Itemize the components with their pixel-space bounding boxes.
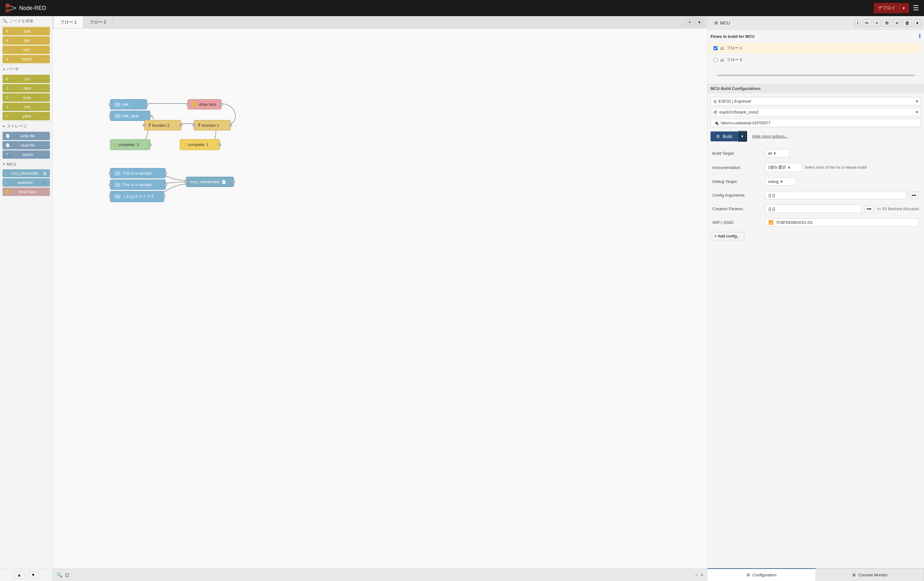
flow-canvas[interactable]: → talk 🙂 draw face → talk_stop <box>53 28 707 569</box>
flow-node-sample2[interactable]: → This is a sample. <box>110 179 166 190</box>
node-item-xml[interactable]: ◎ xml ▪ <box>2 103 50 111</box>
wifi-row: WiFi | SSID: 📶 7C8FDE08AD15-2G <box>711 216 921 229</box>
node-group-parser: ⊞ csv ▪ ◎ html ▪ ◎ json ▪ ◎ xml ▪ Y yaml <box>0 74 52 121</box>
canvas-tools-left: 🔍 ⊡ <box>56 572 69 578</box>
hide-options-link[interactable]: Hide more options... <box>752 134 788 139</box>
creation-params-more-button[interactable]: ••• <box>864 205 874 213</box>
group-header-storage[interactable]: ▾ ストレージ <box>0 121 52 131</box>
panel-add-button[interactable]: + <box>873 19 881 26</box>
deploy-button-group[interactable]: デプロイ ▾ <box>874 3 909 13</box>
config-args-input[interactable]: {} {} <box>765 191 906 199</box>
node-label-read-file: read file <box>10 143 46 147</box>
config-args-more-button[interactable]: ••• <box>909 192 919 199</box>
debug-target-control: xsbug ▾ <box>765 177 919 186</box>
panel-scrollbar-area <box>711 66 921 81</box>
panel-more-button[interactable]: ▾ <box>914 19 921 26</box>
node-item-split[interactable]: ⊞ split ▪ <box>2 27 50 35</box>
scroll-up-button[interactable]: ▲ <box>14 571 25 579</box>
build-label: Build <box>723 134 732 139</box>
panel-delete-button[interactable]: 🗑 <box>903 19 912 26</box>
flow2-checkbox[interactable] <box>714 58 718 62</box>
flow-node-function1[interactable]: f function 1 <box>194 120 231 131</box>
console-icon: 🖥 <box>852 573 856 577</box>
port-row: 🔌 /dev/cu.usbserial-01F05577 <box>711 119 921 127</box>
platform-select[interactable]: ◎ ESP32 | Espressif ▾ <box>711 97 921 106</box>
bottom-tab-configuration[interactable]: ⚙ Configuration <box>708 568 816 581</box>
flow1-label: フロー 1 <box>727 45 742 51</box>
instrumentation-control: 1個を選択 ▾ Select none of this for a releas… <box>765 163 919 172</box>
sample2-arrow-icon: → <box>115 183 120 187</box>
node-item-json[interactable]: ◎ json ▪ <box>2 93 50 102</box>
node-label-mcu-elevenlabs: mcu_elevenlabs <box>7 171 43 175</box>
node-item-batch[interactable]: ⊞ batch ▪ <box>2 55 50 63</box>
build-section-title: MCU Build Configurations <box>708 84 924 93</box>
node-item-html[interactable]: ◎ html ▪ <box>2 84 50 93</box>
panel-tab-mcu[interactable]: ⚙ MCU <box>711 18 734 27</box>
zoom-out-button[interactable]: − <box>695 572 698 578</box>
flow-node-draw-face[interactable]: 🙂 draw face <box>188 99 221 109</box>
flow-list-item-1: 🗂 フロー 1 <box>711 43 921 53</box>
japanese-arrow-icon: → <box>115 194 120 199</box>
menu-icon[interactable]: ☰ <box>913 4 919 12</box>
node-item-audioout[interactable]: ▪ audioout 🔊 <box>2 178 50 187</box>
group-header-mcu[interactable]: ▾ MCU <box>0 160 52 168</box>
port-left-sample1 <box>109 172 112 175</box>
flows-info-icon[interactable]: ℹ <box>919 33 921 40</box>
node-item-csv[interactable]: ⊞ csv ▪ <box>2 75 50 83</box>
panel-settings-button[interactable]: ⚙ <box>883 19 891 26</box>
node-item-watch[interactable]: 🔍 watch ▪ <box>2 151 50 159</box>
flow-node-function2[interactable]: f function 2 <box>144 120 181 131</box>
flow1-checkbox[interactable] <box>714 46 718 50</box>
flow-node-talk[interactable]: → talk <box>110 99 147 109</box>
build-button[interactable]: ⚙ Build <box>711 131 738 141</box>
panel-list-button[interactable]: ≡ <box>893 19 901 26</box>
build-target-select[interactable]: all ▾ <box>765 149 790 157</box>
board-select[interactable]: @ esp32/m5stack_core2 ▾ <box>711 108 921 116</box>
add-config-button[interactable]: + Add config... <box>711 232 744 240</box>
flow-node-mcu-elevenlabs[interactable]: mcu_elevenlabs 📄 <box>186 177 234 187</box>
node-item-mcu-elevenlabs[interactable]: ▪ mcu_elevenlabs 📄 <box>2 169 50 177</box>
sample1-label: This is a sample. <box>122 171 153 175</box>
group-header-parser[interactable]: ▾ パーサ <box>0 64 52 74</box>
board-row: @ esp32/m5stack_core2 ▾ <box>711 108 921 116</box>
tab-flow2[interactable]: フロー 2 <box>83 16 113 28</box>
deploy-button[interactable]: デプロイ <box>874 3 900 13</box>
debug-target-chevron-icon: ▾ <box>780 179 783 184</box>
add-tab-button[interactable]: + <box>686 18 694 26</box>
node-item-write-file[interactable]: 📄 write file ▪ <box>2 132 50 140</box>
node-item-draw-face[interactable]: 🙂 draw face ▪ <box>2 187 50 196</box>
node-item-yaml[interactable]: Y yaml ▪ <box>2 112 50 120</box>
scroll-down-button[interactable]: ▼ <box>28 571 39 579</box>
scrollbar-horizontal[interactable] <box>717 74 915 76</box>
creation-params-input[interactable]: {} {} <box>765 205 862 213</box>
wifi-input[interactable]: 📶 7C8FDE08AD15-2G <box>765 218 919 227</box>
panel-edit-button[interactable]: ✏ <box>863 19 871 26</box>
tab-flow1[interactable]: フロー 1 <box>54 16 83 28</box>
build-dropdown-button[interactable]: ▾ <box>738 131 747 142</box>
instrumentation-select[interactable]: 1個を選択 ▾ <box>765 163 802 172</box>
tab-menu-button[interactable]: ▾ <box>696 18 703 26</box>
board-chevron-icon: ▾ <box>916 110 918 114</box>
panel-info-button[interactable]: i <box>855 19 861 26</box>
port-input[interactable]: 🔌 /dev/cu.usbserial-01F05577 <box>711 119 921 127</box>
svg-point-4 <box>14 7 16 9</box>
flow-node-talk-stop[interactable]: → talk_stop <box>110 111 150 121</box>
flow-node-japanese[interactable]: → これはテストです <box>110 191 164 202</box>
flow-node-complete1[interactable]: ! complete: 1 <box>180 139 220 150</box>
creation-params-row: Creation Params: {} {} ••• => XS Machine… <box>711 202 921 216</box>
deploy-dropdown[interactable]: ▾ <box>900 3 909 13</box>
node-item-join[interactable]: ⊞ join ▪ <box>2 36 50 45</box>
canvas-layout-button[interactable]: ⊡ <box>65 572 69 578</box>
zoom-in-button[interactable]: + <box>701 572 703 578</box>
port-right-sample1 <box>164 172 167 175</box>
bottom-tab-console[interactable]: 🖥 Console Monitor <box>816 569 924 581</box>
node-item-read-file[interactable]: 📄 read file ▪ <box>2 141 50 149</box>
creation-params-value: {} {} <box>769 207 775 211</box>
node-item-sort[interactable]: ↕ sort ▪ <box>2 46 50 54</box>
debug-target-select[interactable]: xsbug ▾ <box>765 177 796 186</box>
flow-node-sample1[interactable]: → This is a sample. <box>110 168 166 178</box>
canvas-search-button[interactable]: 🔍 <box>56 572 63 578</box>
search-input[interactable] <box>9 18 50 23</box>
node-label-watch: watch <box>10 152 46 157</box>
flow-node-complete3[interactable]: ! complete: 3 <box>110 139 150 150</box>
